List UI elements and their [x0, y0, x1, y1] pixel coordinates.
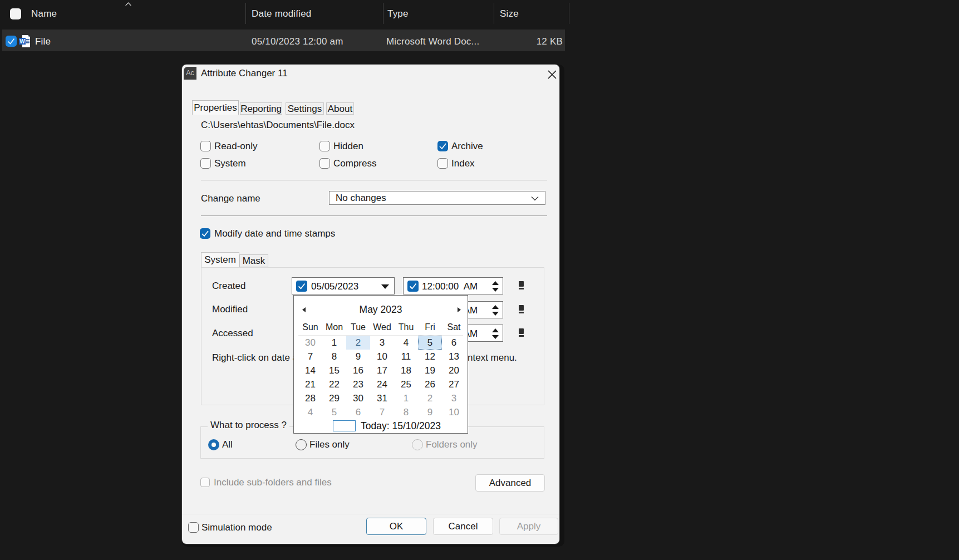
svg-text:W: W — [19, 38, 25, 45]
